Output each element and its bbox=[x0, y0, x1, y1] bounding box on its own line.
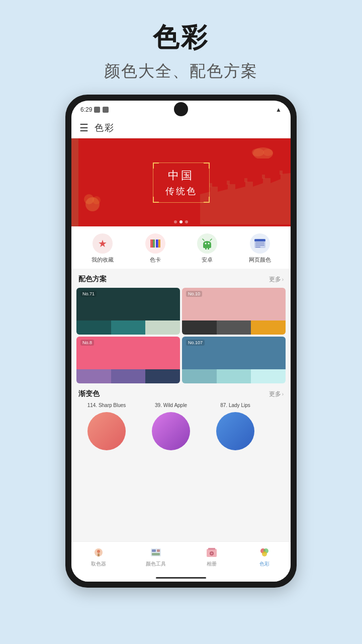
svg-rect-35 bbox=[157, 549, 160, 552]
svg-rect-22 bbox=[254, 239, 265, 242]
svg-point-17 bbox=[205, 243, 206, 245]
gradient-circle-lady-lips bbox=[215, 411, 255, 451]
palette-card-107[interactable]: No.107 bbox=[182, 337, 286, 383]
status-icons bbox=[94, 107, 109, 113]
gradient-name-wild-apple: 39. Wild Apple bbox=[155, 403, 187, 408]
svg-rect-23 bbox=[255, 243, 264, 244]
swatch bbox=[76, 320, 111, 335]
gradient-item-lady-lips[interactable]: 87. Lady Lips bbox=[205, 403, 265, 451]
nav-color-tools-label: 颜色工具 bbox=[146, 560, 166, 568]
color-tools-icon bbox=[149, 546, 162, 559]
favorites-label: 我的收藏 bbox=[92, 256, 114, 264]
settings-icon bbox=[94, 107, 100, 113]
status-left: 6:29 bbox=[80, 106, 109, 113]
camera-notch bbox=[174, 102, 188, 116]
nav-favorites[interactable]: ★ 我的收藏 bbox=[92, 233, 114, 264]
svg-point-18 bbox=[208, 243, 209, 245]
palette-id-8: No.8 bbox=[80, 340, 94, 346]
palettes-more[interactable]: 更多 › bbox=[269, 275, 284, 284]
svg-rect-13 bbox=[150, 239, 152, 248]
svg-rect-4 bbox=[227, 181, 230, 185]
corner-tl bbox=[153, 163, 159, 169]
menu-button[interactable]: ☰ bbox=[79, 122, 88, 134]
gradient-item-wild-apple[interactable]: 39. Wild Apple bbox=[141, 403, 201, 451]
svg-point-40 bbox=[211, 552, 213, 554]
banner-text-box: 中国 传统色 bbox=[153, 163, 210, 203]
swatch bbox=[145, 369, 180, 383]
dot-1 bbox=[174, 220, 177, 223]
nav-color-picker[interactable]: 取色器 bbox=[91, 546, 106, 568]
colorcard-icon bbox=[145, 233, 165, 254]
banner-side-strip bbox=[71, 138, 78, 226]
svg-point-2 bbox=[93, 196, 101, 204]
swatch bbox=[251, 369, 286, 383]
palette-card-8[interactable]: No.8 bbox=[76, 337, 180, 383]
svg-rect-3 bbox=[209, 183, 212, 187]
gradient-list: 114. Sharp Blues bbox=[76, 403, 286, 451]
svg-point-27 bbox=[87, 412, 126, 450]
palette-id-107: No.107 bbox=[186, 340, 205, 346]
gradients-more[interactable]: 更多 › bbox=[269, 390, 284, 398]
gradients-chevron: › bbox=[282, 391, 284, 397]
signal-display: ▲ bbox=[276, 106, 282, 113]
nav-colorcard[interactable]: 色卡 bbox=[145, 233, 165, 264]
nav-color-tools[interactable]: 颜色工具 bbox=[146, 546, 166, 568]
svg-rect-5 bbox=[244, 178, 247, 182]
svg-point-10 bbox=[263, 149, 273, 156]
svg-rect-15 bbox=[156, 239, 158, 248]
nav-web-colors[interactable]: 网页颜色 bbox=[249, 233, 271, 264]
nav-colors-label: 色彩 bbox=[259, 560, 269, 568]
nav-android[interactable]: 安卓 bbox=[197, 233, 217, 264]
album-icon bbox=[205, 546, 218, 559]
palette-id-10: No.10 bbox=[186, 291, 202, 297]
swatch bbox=[182, 369, 217, 383]
swatch bbox=[76, 369, 111, 383]
web-colors-label: 网页颜色 bbox=[249, 256, 271, 264]
svg-rect-24 bbox=[255, 245, 264, 246]
gradient-item-sharp-blues[interactable]: 114. Sharp Blues bbox=[76, 403, 137, 451]
promo-banner[interactable]: 中国 传统色 bbox=[71, 138, 291, 226]
great-wall-decoration bbox=[200, 164, 291, 226]
home-bar bbox=[71, 574, 291, 582]
android-label: 安卓 bbox=[202, 256, 213, 264]
palettes-title: 配色方案 bbox=[78, 275, 107, 284]
notification-icon bbox=[103, 107, 109, 113]
gradient-section: 114. Sharp Blues bbox=[71, 403, 291, 456]
home-bar-line bbox=[156, 577, 206, 579]
app-header: ☰ 色彩 bbox=[71, 118, 291, 138]
palettes-chevron: › bbox=[282, 277, 284, 282]
svg-rect-31 bbox=[98, 553, 100, 556]
gradient-name-sharp-blues: 114. Sharp Blues bbox=[87, 403, 126, 408]
swatch bbox=[145, 320, 180, 335]
quick-nav: ★ 我的收藏 bbox=[71, 226, 291, 269]
nav-album[interactable]: 相册 bbox=[205, 546, 218, 568]
palette-id-71: No.71 bbox=[80, 291, 97, 297]
favorites-icon: ★ bbox=[93, 233, 113, 254]
palette-swatches-71 bbox=[76, 320, 180, 335]
gradients-title: 渐变色 bbox=[78, 389, 100, 398]
gradients-section-header: 渐变色 更多 › bbox=[71, 383, 291, 403]
palette-card-71[interactable]: No.71 bbox=[76, 288, 180, 335]
dot-2 bbox=[179, 220, 183, 223]
svg-rect-25 bbox=[255, 247, 260, 248]
page-main-title: 色彩 bbox=[104, 20, 258, 55]
svg-point-1 bbox=[84, 194, 94, 204]
palette-swatches-107 bbox=[182, 369, 286, 383]
svg-line-20 bbox=[210, 239, 212, 240]
scroll-content[interactable]: 中国 传统色 ★ 我的收藏 bbox=[71, 138, 291, 541]
svg-point-43 bbox=[262, 551, 267, 556]
palettes-more-text: 更多 bbox=[269, 275, 281, 284]
cloud-decoration bbox=[250, 143, 276, 160]
gradient-circle-sharp-blues bbox=[86, 411, 127, 451]
gradient-circle-wild-apple bbox=[151, 411, 191, 451]
svg-point-29 bbox=[216, 412, 254, 450]
svg-point-9 bbox=[252, 148, 264, 156]
gradient-name-lady-lips: 87. Lady Lips bbox=[220, 403, 250, 408]
banner-subtitle: 传统色 bbox=[165, 185, 197, 197]
svg-rect-6 bbox=[262, 175, 265, 179]
palette-swatches-10 bbox=[182, 320, 286, 335]
swatch bbox=[217, 320, 251, 335]
palette-card-10[interactable]: No.10 bbox=[182, 288, 286, 335]
nav-colors[interactable]: 色彩 bbox=[258, 546, 271, 568]
fireworks-decoration bbox=[79, 184, 107, 214]
